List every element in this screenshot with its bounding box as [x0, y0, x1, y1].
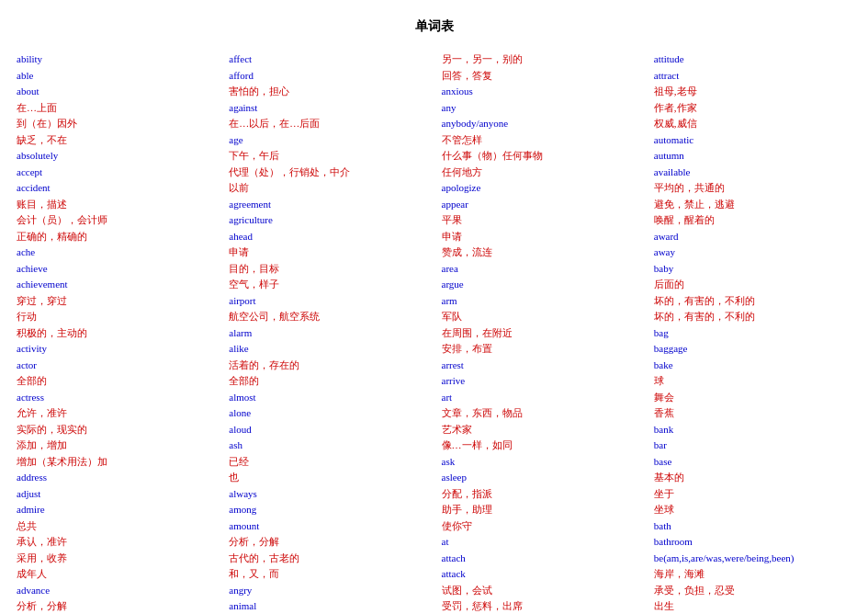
zh-word-text: 权威,威信	[654, 118, 697, 129]
page-title: 单词表	[9, 18, 859, 35]
zh-word: 害怕的，担心	[229, 84, 426, 99]
en-word-text: admire	[17, 504, 45, 515]
en-word-text: actress	[17, 392, 44, 403]
en-word: ache	[17, 244, 214, 260]
en-word-text: activity	[17, 343, 47, 354]
zh-word: 申请	[442, 229, 639, 244]
zh-word-text: 航空公司，航空系统	[229, 311, 320, 322]
en-word: apologize	[442, 180, 639, 196]
zh-word-text: 另一，另一，别的	[442, 53, 523, 64]
en-word: animal	[229, 598, 426, 614]
en-word-text: actor	[17, 359, 37, 370]
zh-word: 正确的，精确的	[17, 229, 214, 244]
zh-word-text: 空气，样子	[229, 279, 279, 290]
en-word-text: absolutely	[17, 150, 58, 161]
en-word: almost	[229, 390, 426, 405]
en-word-text: any	[442, 102, 457, 113]
zh-word: 以前	[229, 180, 426, 196]
en-word: bake	[654, 358, 851, 373]
zh-word: 账目，描述	[17, 197, 214, 212]
en-word-text: amount	[229, 520, 259, 531]
en-word-text: almost	[229, 392, 255, 403]
en-word: away	[654, 244, 851, 260]
en-word-text: attach	[442, 552, 466, 563]
en-word-text: ash	[229, 439, 242, 450]
en-word: among	[229, 502, 426, 517]
en-word-text: bar	[654, 439, 667, 450]
zh-word: 艺术家	[442, 422, 639, 438]
en-word-text: accept	[17, 166, 42, 177]
zh-word: 试图，会试	[442, 583, 639, 598]
zh-word-text: 像…一样，如同	[442, 439, 513, 450]
en-word: attitude	[654, 51, 851, 67]
en-word-text: advance	[17, 585, 50, 596]
en-word: bag	[654, 325, 851, 341]
zh-word-text: 球	[654, 375, 664, 386]
en-word-text: achieve	[17, 263, 48, 274]
zh-word-text: 平果	[442, 214, 462, 225]
zh-word: 球	[654, 373, 851, 389]
zh-word-text: 采用，收养	[17, 552, 67, 563]
en-word-text: attack	[442, 568, 466, 579]
en-word-text: ache	[17, 246, 35, 257]
zh-word: 分配，指派	[442, 486, 639, 502]
zh-word: 舞会	[654, 390, 851, 405]
zh-word-text: 穿过，穿过	[17, 295, 67, 306]
zh-word-text: 在…上面	[17, 102, 57, 113]
zh-word-text: 到（在）因外	[17, 118, 77, 129]
en-word: at	[442, 534, 639, 550]
columns-container: abilityableabout在…上面到（在）因外缺乏，不在absolutel…	[9, 51, 859, 614]
zh-word: 承认，准许	[17, 534, 214, 550]
en-word-text: alarm	[229, 327, 252, 338]
zh-word-text: 承认，准许	[17, 536, 67, 547]
zh-word: 安排，布置	[442, 341, 639, 357]
zh-word: 平均的，共通的	[654, 180, 851, 196]
zh-word-text: 安排，布置	[442, 343, 492, 354]
zh-word-text: 基本的	[654, 472, 684, 483]
zh-word: 全部的	[17, 373, 214, 389]
zh-word-text: 目的，目标	[229, 263, 279, 274]
zh-word: 海岸，海滩	[654, 566, 851, 582]
en-word-text: arrest	[442, 359, 464, 370]
en-word-text: alike	[229, 343, 248, 354]
zh-word-text: 受罚，惩料，出席	[442, 600, 523, 611]
zh-word: 香蕉	[654, 405, 851, 421]
en-word-text: bank	[654, 424, 673, 435]
en-word: any	[442, 100, 639, 116]
zh-word: 活着的，存在的	[229, 358, 426, 373]
zh-word: 在周围，在附近	[442, 325, 639, 341]
en-word: appear	[442, 197, 639, 212]
zh-word: 和，又，而	[229, 566, 426, 582]
en-word-text: agriculture	[229, 214, 273, 225]
zh-word: 不管怎样	[442, 132, 639, 148]
en-word-text: aloud	[229, 424, 251, 435]
zh-word-text: 和，又，而	[229, 568, 279, 579]
zh-word: 目的，目标	[229, 261, 426, 277]
column-3: 另一，另一，别的回答，答复anxiousanyanybody/anyone不管怎…	[434, 51, 647, 614]
en-word-text: available	[654, 166, 691, 177]
zh-word-text: 后面的	[654, 279, 684, 290]
zh-word: 航空公司，航空系统	[229, 309, 426, 324]
zh-word: 穿过，穿过	[17, 293, 214, 309]
en-word-text: base	[654, 456, 672, 467]
en-word-text: bathroom	[654, 536, 693, 547]
zh-word: 在…上面	[17, 100, 214, 116]
zh-word-text: 试图，会试	[442, 585, 492, 596]
zh-word: 增加（某术用法）加	[17, 454, 214, 470]
en-word: age	[229, 132, 426, 148]
zh-word-text: 全部的	[229, 375, 259, 386]
en-word-text: argue	[442, 279, 464, 290]
en-word-text: about	[17, 85, 39, 97]
en-word-text: autumn	[654, 150, 684, 161]
zh-word-text: 回答，答复	[442, 70, 492, 81]
zh-word-text: 添加，增加	[17, 439, 67, 450]
en-word-text: art	[442, 392, 453, 403]
zh-word-text: 在…以后，在…后面	[229, 118, 320, 129]
en-word: base	[654, 454, 851, 470]
zh-word-text: 以前	[229, 182, 249, 193]
column-2: affectafford害怕的，担心against在…以后，在…后面age下午，…	[221, 51, 434, 614]
en-word: actor	[17, 358, 214, 373]
zh-word-text: 申请	[229, 246, 249, 257]
zh-word: 祖母,老母	[654, 84, 851, 99]
en-word: baby	[654, 261, 851, 277]
